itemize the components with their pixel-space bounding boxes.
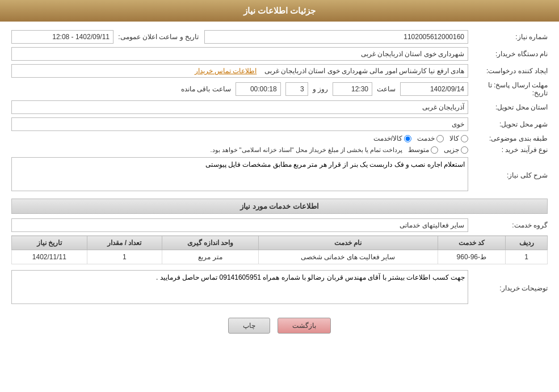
process-part-label: جزیی xyxy=(444,146,459,154)
category-service-item: خدمت xyxy=(417,134,444,142)
deadline-days-label: روز و xyxy=(313,85,328,93)
process-medium-item: متوسط xyxy=(408,146,438,154)
page-header: جزئیات اطلاعات نیاز xyxy=(0,0,559,22)
need-desc-textarea[interactable] xyxy=(11,157,468,191)
requester-row: ایجاد کننده درخواست: هادی ارفع نیا کارشن… xyxy=(11,64,548,78)
requester-value: هادی ارفع نیا کارشناس امور مالی شهرداری … xyxy=(11,64,468,78)
category-goods-service-item: کالا/خدمت xyxy=(373,134,411,142)
table-cell: 1402/11/11 xyxy=(12,250,87,264)
city-value: خوی xyxy=(11,117,468,131)
need-desc-value xyxy=(11,157,468,193)
province-label: استان محل تحویل: xyxy=(468,103,548,111)
deadline-time-label: ساعت xyxy=(377,85,396,93)
buyer-org-row: نام دستگاه خریدار: شهرداری خوی استان اذر… xyxy=(11,47,548,61)
need-number-value: 1102005612000160 xyxy=(204,30,468,44)
category-goods-service-label: کالا/خدمت xyxy=(373,134,402,142)
requester-text: هادی ارفع نیا کارشناس امور مالی شهرداری … xyxy=(264,67,464,75)
province-row: استان محل تحویل: آذربایجان غربی xyxy=(11,100,548,114)
city-row: شهر محل تحویل: خوی xyxy=(11,117,548,131)
back-button[interactable]: بازگشت xyxy=(278,318,331,334)
col-unit: واحد اندازه گیری xyxy=(162,236,259,250)
process-type-value: جزیی متوسط پرداخت تمام یا بخشی از مبلغ خ… xyxy=(11,146,468,154)
service-group-box: سایر فعالیتهای خدماتی xyxy=(11,218,468,232)
requester-contact-link[interactable]: اطلاعات تماس خریدار xyxy=(195,67,257,75)
deadline-remaining-box: 00:00:18 xyxy=(236,82,281,96)
requester-box: هادی ارفع نیا کارشناس امور مالی شهرداری … xyxy=(11,64,468,78)
print-button[interactable]: چاپ xyxy=(228,318,270,334)
category-radio-group: کالا خدمت کالا/خدمت xyxy=(11,134,468,142)
buyer-notes-row: توضیحات خریدار: xyxy=(11,270,548,306)
table-row: 1ط-96-960سایر فعالیت های خدماتی شخصیمتر … xyxy=(12,250,548,264)
service-group-value: سایر فعالیتهای خدماتی xyxy=(11,218,468,232)
page-wrapper: جزئیات اطلاعات نیاز شماره نیاز: 11020056… xyxy=(0,0,559,392)
need-number-label: شماره نیاز: xyxy=(468,33,548,41)
deadline-days-box: 3 xyxy=(285,82,308,96)
table-cell: 1 xyxy=(506,250,548,264)
deadline-inline: 1402/09/14 ساعت 12:30 روز و 3 00:00:18 س… xyxy=(11,82,468,96)
col-date: تاریخ نیاز xyxy=(12,236,87,250)
city-label: شهر محل تحویل: xyxy=(468,120,548,128)
deadline-label: مهلت ارسال پاسخ: تا تاریخ: xyxy=(468,81,548,97)
need-desc-row: شرح کلی نیاز: xyxy=(11,157,548,193)
city-box: خوی xyxy=(11,117,468,131)
process-note: پرداخت تمام یا بخشی از مبلغ خریداز محل "… xyxy=(210,146,402,154)
process-part-item: جزیی xyxy=(444,146,468,154)
announce-box: 1402/09/11 - 12:08 xyxy=(11,30,114,44)
buyer-notes-value xyxy=(11,270,468,306)
deadline-remaining-label: ساعت باقی مانده xyxy=(181,85,231,93)
category-service-radio[interactable] xyxy=(436,135,444,142)
need-desc-label: شرح کلی نیاز: xyxy=(468,171,548,179)
process-type-row: نوع فرآیند خرید : جزیی متوسط پرداخت تمام… xyxy=(11,146,548,154)
table-cell: ط-96-960 xyxy=(438,250,505,264)
buyer-notes-label: توضیحات خریدار: xyxy=(468,284,548,292)
buyer-org-value: شهرداری خوی استان اذربایجان غربی xyxy=(11,47,468,61)
services-table: ردیف کد خدمت نام خدمت واحد اندازه گیری ت… xyxy=(11,235,548,264)
category-goods-label: کالا xyxy=(449,134,459,142)
service-group-label: گروه خدمت: xyxy=(468,221,548,229)
need-number-row: شماره نیاز: 1102005612000160 تاریخ و ساع… xyxy=(11,30,548,44)
province-box: آذربایجان غربی xyxy=(11,100,468,114)
category-label: طبقه بندی موضوعی: xyxy=(468,134,548,142)
deadline-row: مهلت ارسال پاسخ: تا تاریخ: 1402/09/14 سا… xyxy=(11,81,548,97)
button-bar: بازگشت چاپ xyxy=(11,309,548,339)
process-medium-label: متوسط xyxy=(408,146,429,154)
col-service-code: کد خدمت xyxy=(438,236,505,250)
requester-label: ایجاد کننده درخواست: xyxy=(468,67,548,75)
buyer-org-label: نام دستگاه خریدار: xyxy=(468,50,548,58)
process-medium-radio[interactable] xyxy=(431,146,438,154)
process-part-radio[interactable] xyxy=(461,146,468,154)
deadline-fields: 1402/09/14 ساعت 12:30 روز و 3 00:00:18 س… xyxy=(11,82,468,96)
table-cell: 1 xyxy=(87,250,162,264)
table-header: ردیف کد خدمت نام خدمت واحد اندازه گیری ت… xyxy=(12,236,548,250)
table-cell: سایر فعالیت های خدماتی شخصی xyxy=(259,250,438,264)
deadline-date-box: 1402/09/14 xyxy=(400,82,468,96)
buyer-org-box: شهرداری خوی استان اذربایجان غربی xyxy=(11,47,468,61)
table-body: 1ط-96-960سایر فعالیت های خدماتی شخصیمتر … xyxy=(12,250,548,264)
col-row-num: ردیف xyxy=(506,236,548,250)
content-area: شماره نیاز: 1102005612000160 تاریخ و ساع… xyxy=(0,22,559,348)
page-title: جزئیات اطلاعات نیاز xyxy=(243,6,316,15)
announce-label: تاریخ و ساعت اعلان عمومی: xyxy=(114,33,204,41)
table-cell: متر مربع xyxy=(162,250,259,264)
category-row: طبقه بندی موضوعی: کالا خدمت کالا/خدمت xyxy=(11,134,548,142)
buyer-notes-textarea[interactable] xyxy=(11,270,468,304)
need-number-box: 1102005612000160 xyxy=(204,30,468,44)
process-type-label: نوع فرآیند خرید : xyxy=(468,146,548,154)
service-group-row: گروه خدمت: سایر فعالیتهای خدماتی xyxy=(11,218,548,232)
services-section-title: اطلاعات خدمات مورد نیاز xyxy=(11,199,548,214)
category-goods-service-radio[interactable] xyxy=(404,135,411,142)
category-goods-item: کالا xyxy=(449,134,468,142)
col-service-name: نام خدمت xyxy=(259,236,438,250)
category-value: کالا خدمت کالا/خدمت xyxy=(11,134,468,142)
deadline-time-box: 12:30 xyxy=(333,82,372,96)
category-service-label: خدمت xyxy=(417,134,435,142)
table-header-row: ردیف کد خدمت نام خدمت واحد اندازه گیری ت… xyxy=(12,236,548,250)
province-value: آذربایجان غربی xyxy=(11,100,468,114)
category-goods-radio[interactable] xyxy=(461,135,468,142)
col-quantity: تعداد / مقدار xyxy=(87,236,162,250)
process-radio-group: جزیی متوسط پرداخت تمام یا بخشی از مبلغ خ… xyxy=(11,146,468,154)
announce-value: 1402/09/11 - 12:08 xyxy=(11,30,114,44)
